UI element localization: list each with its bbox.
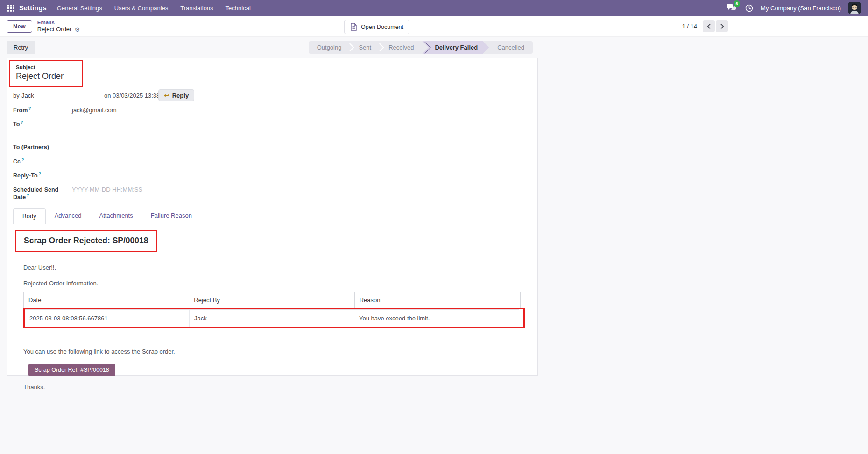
breadcrumb-current: Reject Order xyxy=(37,26,72,33)
subject-label: Subject xyxy=(16,64,76,70)
subject-field[interactable]: Reject Order xyxy=(16,71,76,81)
reply-label: Reply xyxy=(172,92,189,99)
stage-received[interactable]: Received xyxy=(380,41,422,54)
nav-item-translations[interactable]: Translations xyxy=(180,5,213,12)
by-label: by xyxy=(13,92,20,99)
status-row: Retry Outgoing Sent Received Delivery Fa… xyxy=(7,41,533,54)
from-field[interactable]: jack@gmail.com xyxy=(72,106,212,114)
help-icon: ? xyxy=(21,157,24,162)
column-header-date: Date xyxy=(24,292,189,308)
navbar-right: 6 My Company (San Francisco) xyxy=(727,2,861,14)
field-row-scheduled-send-date: Scheduled Send Date? YYYY-MM-DD HH:MM:SS xyxy=(7,186,537,200)
greeting-text: Dear User!!, xyxy=(23,264,537,271)
field-row-to: To? xyxy=(7,120,537,128)
table-header-row: Date Reject By Reason xyxy=(23,292,521,308)
field-row-reply-to: Reply-To? xyxy=(7,171,537,179)
reply-to-label: Reply-To? xyxy=(13,171,72,179)
reply-button[interactable]: ↩︎ Reply xyxy=(158,89,194,101)
tab-failure-reason[interactable]: Failure Reason xyxy=(142,208,201,224)
byline: by Jack on 03/03/2025 13:38:56 ↩︎ Reply xyxy=(7,89,537,102)
tab-advanced[interactable]: Advanced xyxy=(46,208,91,224)
annotation-box-subject: Subject Reject Order xyxy=(9,60,83,87)
cc-label: Cc? xyxy=(13,157,72,165)
control-panel: New Emails Reject Order ⚙︎ Open Document… xyxy=(0,16,868,36)
nav-item-general-settings[interactable]: General Settings xyxy=(57,5,102,12)
top-navbar: Settings General Settings Users & Compan… xyxy=(0,0,868,16)
scheduled-send-date-field[interactable]: YYYY-MM-DD HH:MM:SS xyxy=(72,186,212,193)
document-icon xyxy=(350,23,357,31)
mail-heading: Scrap Order Rejected: SP/00018 xyxy=(24,236,148,246)
cell-date: 2025-03-03 08:08:56.667861 xyxy=(25,310,190,327)
breadcrumb-emails-link[interactable]: Emails xyxy=(37,19,80,26)
notebook-tabs: Body Advanced Attachments Failure Reason xyxy=(7,208,537,224)
gear-icon[interactable]: ⚙︎ xyxy=(74,27,80,33)
open-document-label: Open Document xyxy=(361,24,403,30)
cell-reject-by: Jack xyxy=(190,310,354,327)
app-name[interactable]: Settings xyxy=(19,4,47,12)
annotation-box-table-row: 2025-03-03 08:08:56.667861 Jack You have… xyxy=(23,308,525,328)
tab-attachments[interactable]: Attachments xyxy=(90,208,141,224)
field-row-cc: Cc? xyxy=(7,157,537,165)
reply-arrow-icon: ↩︎ xyxy=(164,92,169,99)
user-avatar[interactable] xyxy=(848,2,861,14)
help-icon: ? xyxy=(28,106,31,111)
closing-text: Thanks. xyxy=(23,383,537,390)
help-icon: ? xyxy=(27,193,29,198)
nav-item-technical[interactable]: Technical xyxy=(226,5,251,12)
breadcrumb: Emails Reject Order ⚙︎ xyxy=(37,19,80,34)
open-document-button[interactable]: Open Document xyxy=(344,20,409,34)
messages-badge: 6 xyxy=(734,0,740,7)
tab-body[interactable]: Body xyxy=(13,208,46,224)
pager-previous-button[interactable] xyxy=(703,20,715,32)
to-label: To? xyxy=(13,120,72,128)
from-label: From? xyxy=(13,106,72,114)
column-header-reject-by: Reject By xyxy=(189,292,354,308)
to-partners-label: To (Partners) xyxy=(13,144,72,150)
form-sheet: Subject Reject Order by Jack on 03/03/20… xyxy=(7,58,538,376)
help-icon: ? xyxy=(39,171,42,176)
pager-value[interactable]: 1 / 14 xyxy=(682,23,697,30)
messages-icon[interactable]: 6 xyxy=(727,3,738,13)
help-icon: ? xyxy=(21,120,23,125)
retry-button[interactable]: Retry xyxy=(7,41,35,54)
author-name: Jack xyxy=(21,92,34,99)
annotation-box-heading: Scrap Order Rejected: SP/00018 xyxy=(15,230,157,252)
apps-grid-icon[interactable] xyxy=(7,5,14,12)
nav-menu: General Settings Users & Companies Trans… xyxy=(57,5,251,12)
statusbar: Outgoing Sent Received Delivery Failed C… xyxy=(309,41,533,54)
stage-outgoing[interactable]: Outgoing xyxy=(309,41,350,54)
field-row-from: From? jack@gmail.com xyxy=(7,106,537,114)
email-fields: From? jack@gmail.com To? To (Partners) C… xyxy=(7,106,537,200)
cell-reason: You have exceed the limit. xyxy=(354,310,519,327)
scheduled-send-date-label: Scheduled Send Date? xyxy=(13,186,72,200)
email-body: Scrap Order Rejected: SP/00018 Dear User… xyxy=(7,224,537,390)
activity-clock-icon[interactable] xyxy=(745,4,753,12)
nav-item-users-companies[interactable]: Users & Companies xyxy=(114,5,169,12)
pager-next-button[interactable] xyxy=(716,20,728,32)
field-row-to-partners: To (Partners) xyxy=(7,144,537,151)
link-instruction-text: You can use the following link to access… xyxy=(23,348,537,355)
reject-info-table: Date Reject By Reason 2025-03-03 08:08:5… xyxy=(23,292,521,328)
company-menu[interactable]: My Company (San Francisco) xyxy=(761,5,841,12)
scrap-order-ref-button[interactable]: Scrap Order Ref: #SP/00018 xyxy=(28,364,115,376)
column-header-reason: Reason xyxy=(355,292,520,308)
stage-delivery-failed[interactable]: Delivery Failed xyxy=(422,41,489,54)
info-text: Rejected Order Information. xyxy=(23,280,537,287)
table-row: 2025-03-03 08:08:56.667861 Jack You have… xyxy=(25,309,519,327)
new-button[interactable]: New xyxy=(7,20,32,33)
stage-cancelled[interactable]: Cancelled xyxy=(489,41,533,54)
